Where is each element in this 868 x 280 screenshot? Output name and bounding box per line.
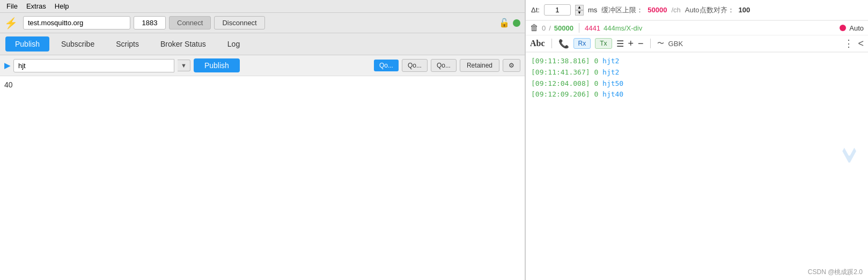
chevron-icon: ⌄	[836, 109, 863, 175]
delta-input[interactable]	[544, 4, 571, 16]
message-content: 40	[4, 80, 520, 89]
menu-bar: File Extras Help	[0, 0, 525, 13]
delta-stepper[interactable]: ▲ ▼	[575, 5, 584, 16]
log-line-1: [09:11:38.816] 0 hjt2	[531, 56, 863, 67]
log-time-3: [09:12:04.008]	[531, 79, 590, 87]
delta-label: Δt:	[531, 6, 540, 14]
connect-button[interactable]: Connect	[169, 16, 211, 30]
log-num-2: 0	[594, 68, 602, 76]
connection-status-dot	[513, 19, 520, 27]
watermark: CSDN @桃成蹊2.0	[808, 268, 863, 277]
auto-button[interactable]: Auto	[849, 24, 864, 32]
tab-bar: Publish Subscribe Scripts Broker Status …	[0, 33, 525, 55]
delta-down-button[interactable]: ▼	[575, 10, 584, 16]
buffer-value: 50000	[648, 6, 667, 14]
tab-publish[interactable]: Publish	[5, 36, 49, 51]
server-input[interactable]	[23, 16, 130, 30]
encoding-label: GBK	[668, 40, 683, 48]
tab-log[interactable]: Log	[218, 36, 249, 51]
qos0-button[interactable]: Qo...	[374, 60, 399, 71]
retained-button[interactable]: Retained	[460, 59, 499, 72]
collapse-button[interactable]: <	[858, 38, 864, 49]
text-tools: Abc 📞 Rx Tx ☰ + − 〜 GBK ⋮ <	[526, 35, 868, 52]
chart-area: ⌄ CSDN @桃成蹊2.0	[526, 104, 868, 280]
divider3	[650, 39, 651, 48]
log-topic-3: hjt50	[602, 79, 623, 87]
lightning-icon: ⚡	[4, 17, 18, 30]
auto-value: 100	[739, 6, 751, 14]
log-time-1: [09:11:38.816]	[531, 57, 590, 65]
wave-icon: 〜	[657, 39, 664, 48]
chart-svg: ⌄	[526, 104, 868, 280]
menu-help[interactable]: Help	[55, 2, 69, 10]
minus-button[interactable]: −	[638, 38, 644, 49]
chart-stat-count: 4441	[585, 24, 600, 32]
log-line-3: [09:12:04.008] 0 hjt50	[531, 78, 863, 90]
tx-button[interactable]: Tx	[595, 38, 612, 49]
log-num-3: 0	[594, 79, 602, 87]
right-controls: Δt: ▲ ▼ ms 缓冲区上限： 50000 /ch Auto点数对齐： 10…	[526, 0, 868, 20]
rx-button[interactable]: Rx	[573, 38, 591, 49]
port-input[interactable]	[134, 16, 166, 30]
delta-up-button[interactable]: ▲	[575, 5, 584, 10]
message-area[interactable]: 40	[0, 76, 525, 280]
tab-scripts[interactable]: Scripts	[106, 36, 149, 51]
chart-stat-slash: /	[549, 24, 551, 32]
trash-icon[interactable]: 🗑	[530, 23, 539, 33]
chart-stat-rate: 444ms/X-div	[604, 24, 642, 32]
topic-input[interactable]	[13, 59, 174, 72]
phone-icon[interactable]: 📞	[558, 39, 569, 49]
tab-subscribe[interactable]: Subscribe	[52, 36, 104, 51]
auto-label: Auto点数对齐：	[685, 5, 734, 15]
svg-rect-0	[526, 104, 868, 280]
arrow-right-icon: ▶	[4, 61, 10, 70]
log-line-4: [09:12:09.206] 0 hjt40	[531, 89, 863, 100]
log-line-2: [09:11:41.367] 0 hjt2	[531, 67, 863, 78]
log-time-2: [09:11:41.367]	[531, 68, 590, 76]
log-topic-4: hjt40	[602, 90, 623, 98]
lock-icon: 🔓	[499, 18, 510, 28]
more-button[interactable]: ⋮	[844, 38, 854, 49]
disconnect-button[interactable]: Disconnect	[214, 16, 264, 30]
plus-button[interactable]: +	[628, 38, 634, 49]
log-num-4: 0	[594, 90, 602, 98]
settings-button[interactable]: ⚙	[503, 59, 520, 72]
log-area: [09:11:38.816] 0 hjt2 [09:11:41.367] 0 h…	[526, 52, 868, 104]
menu-extras[interactable]: Extras	[26, 2, 46, 10]
delta-unit: ms	[588, 6, 597, 14]
qos1-button[interactable]: Qo...	[402, 59, 428, 72]
divider	[579, 23, 579, 33]
chart-stat-zero: 0	[542, 24, 546, 32]
topic-dropdown-button[interactable]: ▼	[178, 60, 190, 71]
log-topic-1: hjt2	[602, 57, 619, 65]
tab-broker-status[interactable]: Broker Status	[151, 36, 216, 51]
publish-button[interactable]: Publish	[194, 58, 240, 72]
publish-row: ▶ ▼ Publish Qo... Qo... Qo... Retained ⚙	[0, 55, 525, 76]
top-bar: ⚡ Connect Disconnect 🔓	[0, 13, 525, 33]
log-time-4: [09:12:09.206]	[531, 90, 590, 98]
right-toolbar: 🗑 0 / 50000 4441 444ms/X-div Auto	[526, 20, 868, 35]
menu-file[interactable]: File	[6, 2, 18, 10]
log-topic-2: hjt2	[602, 68, 619, 76]
qos2-button[interactable]: Qo...	[431, 59, 457, 72]
chart-stat-max: 50000	[554, 24, 573, 32]
left-panel: File Extras Help ⚡ Connect Disconnect 🔓 …	[0, 0, 526, 280]
right-panel: Δt: ▲ ▼ ms 缓冲区上限： 50000 /ch Auto点数对齐： 10…	[526, 0, 868, 280]
align-icon: ☰	[616, 39, 624, 49]
abc-label: Abc	[530, 39, 545, 48]
log-num-1: 0	[594, 57, 602, 65]
buffer-label: 缓冲区上限：	[601, 5, 643, 15]
buffer-slash: /ch	[671, 6, 680, 14]
red-indicator-dot	[840, 25, 846, 31]
divider2	[551, 39, 552, 48]
